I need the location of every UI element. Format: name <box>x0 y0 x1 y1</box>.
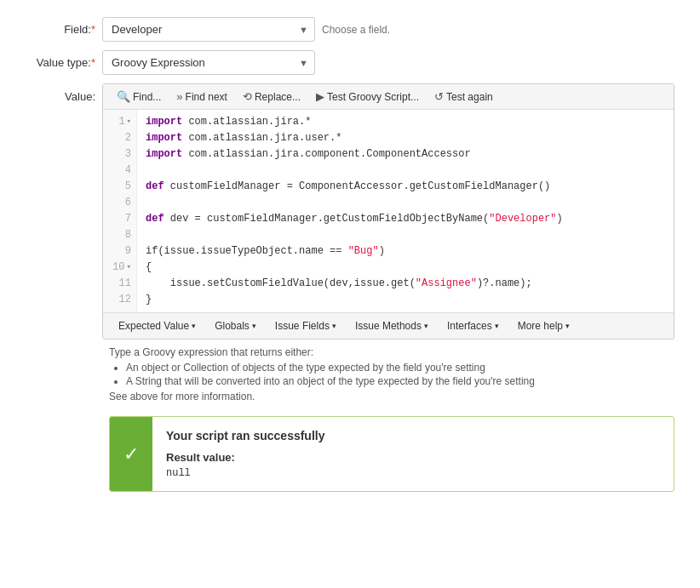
interfaces-label: Interfaces <box>447 320 492 332</box>
code-line-10: { <box>146 260 665 276</box>
help-bullet-1: An object or Collection of objects of th… <box>126 362 674 374</box>
globals-button[interactable]: Globals ▾ <box>206 317 265 334</box>
issue-methods-button[interactable]: Issue Methods ▾ <box>347 317 437 334</box>
line-num-4: 4 <box>103 163 136 179</box>
find-next-label: Find next <box>186 91 227 103</box>
test-again-label: Test again <box>446 91 493 103</box>
field-row: Field:* Developer Summary Assignee Statu… <box>26 17 674 42</box>
issue-fields-label: Issue Fields <box>275 320 330 332</box>
test-groovy-button[interactable]: ▶ Test Groovy Script... <box>309 88 426 106</box>
issue-fields-button[interactable]: Issue Fields ▾ <box>267 317 345 334</box>
field-hint: Choose a field. <box>322 24 390 36</box>
bottom-toolbar: Expected Value ▾ Globals ▾ Issue Fields … <box>103 312 674 339</box>
test-again-icon: ↺ <box>434 90 444 103</box>
code-line-4 <box>146 163 665 179</box>
issue-fields-dropdown-icon: ▾ <box>332 322 336 330</box>
code-line-11: issue.setCustomFieldValue(dev,issue.get(… <box>146 276 665 292</box>
test-again-button[interactable]: ↺ Test again <box>427 88 500 106</box>
replace-icon: ⟲ <box>243 90 252 103</box>
issue-methods-label: Issue Methods <box>355 320 422 332</box>
code-line-3: import com.atlassian.jira.component.Comp… <box>146 146 665 163</box>
find-next-button[interactable]: » Find next <box>169 88 234 106</box>
editor-container: 🔍 Find... » Find next ⟲ Replace... ▶ Tes… <box>102 83 674 340</box>
help-text-section: Type a Groovy expression that returns ei… <box>109 340 674 409</box>
help-bullet-2: A String that will be converted into an … <box>126 375 674 387</box>
code-line-1: import com.atlassian.jira.* <box>146 114 665 130</box>
line-num-1: 1▾ <box>103 114 136 130</box>
line-num-12: 12 <box>103 292 136 308</box>
more-help-label: More help <box>518 320 563 332</box>
line-num-5: 5 <box>103 179 136 195</box>
code-editor[interactable]: 1▾ 2 3 4 5 6 7 8 9 10▾ 11 12 import com.… <box>103 110 674 312</box>
value-type-row: Value type:* Groovy Expression Static Va… <box>26 50 674 75</box>
expected-value-button[interactable]: Expected Value ▾ <box>110 317 204 334</box>
field-label: Field:* <box>26 23 102 36</box>
line-num-10: 10▾ <box>103 260 136 276</box>
code-line-2: import com.atlassian.jira.user.* <box>146 130 665 146</box>
value-row: Value: 🔍 Find... » Find next ⟲ Replace..… <box>26 83 674 340</box>
field-required-star: * <box>91 23 95 36</box>
find-button[interactable]: 🔍 Find... <box>110 88 168 106</box>
success-icon-col: ✓ <box>110 417 152 491</box>
line-num-9: 9 <box>103 243 136 260</box>
code-line-5: def customFieldManager = ComponentAccess… <box>146 179 665 195</box>
value-label: Value: <box>26 83 102 103</box>
find-icon: 🔍 <box>117 90 130 103</box>
more-help-button[interactable]: More help ▾ <box>509 317 578 334</box>
success-title: Your script ran successfully <box>166 429 660 442</box>
editor-toolbar: 🔍 Find... » Find next ⟲ Replace... ▶ Tes… <box>103 84 674 110</box>
value-type-select-wrapper: Groovy Expression Static Value Script ▼ <box>102 50 315 75</box>
line-num-11: 11 <box>103 276 136 292</box>
code-line-7: def dev = customFieldManager.getCustomFi… <box>146 211 665 227</box>
test-groovy-label: Test Groovy Script... <box>327 91 419 103</box>
replace-button[interactable]: ⟲ Replace... <box>236 88 307 106</box>
success-box: ✓ Your script ran successfully Result va… <box>109 416 674 492</box>
line-num-8: 8 <box>103 227 136 243</box>
code-lines[interactable]: import com.atlassian.jira.* import com.a… <box>137 110 674 312</box>
value-type-label: Value type:* <box>26 56 102 69</box>
line-num-3: 3 <box>103 146 136 163</box>
expected-value-label: Expected Value <box>118 320 189 332</box>
code-line-9: if(issue.issueTypeObject.name == "Bug") <box>146 243 665 260</box>
value-type-label-text: Value type: <box>37 56 91 69</box>
line-num-7: 7 <box>103 211 136 227</box>
result-label: Result value: <box>166 451 660 464</box>
help-intro: Type a Groovy expression that returns ei… <box>109 346 674 358</box>
success-content: Your script ran successfully Result valu… <box>152 417 674 491</box>
find-next-icon: » <box>176 90 182 103</box>
interfaces-button[interactable]: Interfaces ▾ <box>439 317 508 334</box>
globals-dropdown-icon: ▾ <box>252 322 256 330</box>
field-select-wrapper: Developer Summary Assignee Status ▼ <box>102 17 315 42</box>
line-numbers: 1▾ 2 3 4 5 6 7 8 9 10▾ 11 12 <box>103 110 137 312</box>
code-line-12: } <box>146 292 665 308</box>
result-value: null <box>166 467 660 479</box>
code-line-8 <box>146 227 665 243</box>
globals-label: Globals <box>215 320 250 332</box>
expected-value-dropdown-icon: ▾ <box>192 322 196 330</box>
more-help-dropdown-icon: ▾ <box>565 322 570 330</box>
find-label: Find... <box>133 91 161 103</box>
interfaces-dropdown-icon: ▾ <box>495 322 499 330</box>
line-num-6: 6 <box>103 195 136 211</box>
see-above: See above for more information. <box>109 391 674 402</box>
issue-methods-dropdown-icon: ▾ <box>424 322 428 330</box>
test-groovy-icon: ▶ <box>316 90 324 103</box>
help-bullets: An object or Collection of objects of th… <box>126 362 674 387</box>
success-checkmark-icon: ✓ <box>123 443 139 465</box>
line-num-2: 2 <box>103 130 136 146</box>
code-line-6 <box>146 195 665 211</box>
field-select[interactable]: Developer Summary Assignee Status <box>102 17 315 42</box>
value-type-select[interactable]: Groovy Expression Static Value Script <box>102 50 315 75</box>
value-type-required-star: * <box>91 56 95 69</box>
replace-label: Replace... <box>255 91 301 103</box>
field-label-text: Field: <box>64 23 91 36</box>
